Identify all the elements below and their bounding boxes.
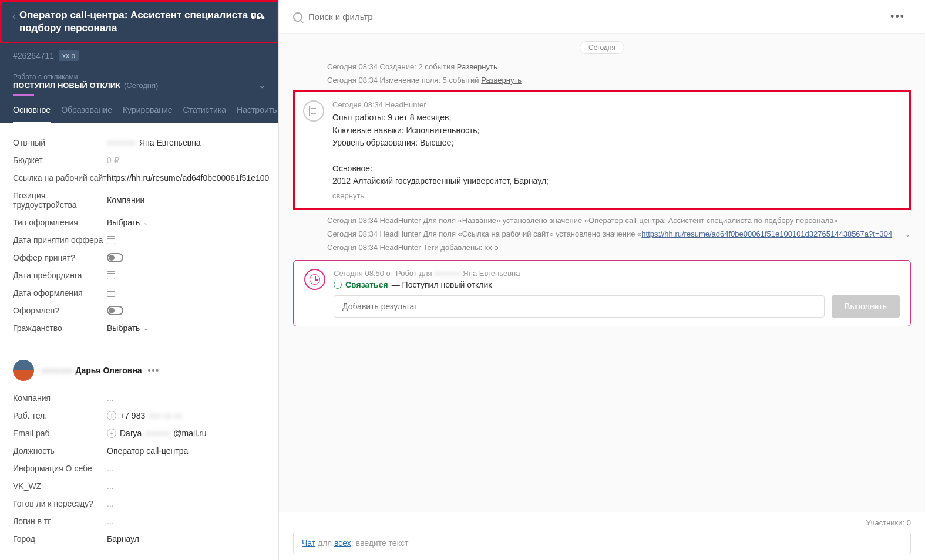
offer-accepted-toggle[interactable] — [107, 253, 265, 262]
reg-date-label: Дата оформления — [13, 288, 107, 298]
card-title: Оператор call-центра: Ассистент специали… — [19, 9, 266, 35]
hh-timestamp: Сегодня 08:34 HeadHunter — [332, 100, 899, 109]
citizenship-select[interactable]: Выбрать ⌄ — [107, 323, 265, 333]
vk-label: VK_WZ — [13, 481, 107, 491]
sidebar: ‹ Оператор call-центра: Ассистент специа… — [0, 0, 279, 560]
stage-title-row[interactable]: ПОСТУПИЛ НОВЫЙ ОТКЛИК (Сегодня) ⌄ — [13, 81, 265, 97]
contact-link[interactable]: Связаться — [345, 280, 388, 289]
phone-value[interactable]: ++7 983xxx xx xx — [107, 411, 265, 420]
search-input[interactable] — [308, 12, 884, 22]
vk-value[interactable]: ... — [107, 481, 265, 491]
offer-date-value[interactable] — [107, 236, 265, 244]
task-action: Связаться — Поступил новый отклик — [334, 280, 900, 289]
calendar-icon — [107, 271, 115, 279]
card-id: #26264711 — [13, 51, 54, 60]
more-icon[interactable]: ••• — [251, 12, 266, 25]
tg-label: Логин в тг — [13, 517, 107, 526]
log-entry: Сегодня 08:34 HeadHunter Для поля «Назва… — [293, 214, 911, 227]
sidebar-tabs: Основное Образование Курирование Статист… — [0, 97, 278, 123]
about-label: Информация О себе — [13, 464, 107, 473]
headhunter-block: Сегодня 08:34 HeadHunter Опыт работы: 9 … — [293, 90, 911, 210]
log-entry: Сегодня 08:34 Изменение поля: 5 событий … — [293, 73, 911, 87]
toggle-icon — [107, 306, 123, 315]
contact-name[interactable]: xxxxxxx Дарья Олеговна ••• — [41, 366, 160, 375]
back-icon[interactable]: ‹ — [12, 10, 16, 22]
budget-value[interactable]: 0 ₽ — [107, 156, 265, 165]
position-value[interactable]: Компании — [107, 195, 265, 205]
avatar[interactable] — [13, 360, 34, 381]
preboarding-value[interactable] — [107, 271, 265, 279]
tab-main[interactable]: Основное — [13, 105, 51, 123]
preboarding-label: Дата пребординга — [13, 271, 107, 280]
registered-toggle[interactable] — [107, 306, 265, 315]
refresh-icon — [334, 281, 342, 289]
chevron-down-icon: ⌄ — [143, 325, 149, 332]
task-meta: Сегодня 08:50 от Робот для xxxxxxx Яна Е… — [334, 269, 900, 278]
calendar-icon — [107, 289, 115, 297]
stage-section: Работа с откликами ПОСТУПИЛ НОВЫЙ ОТКЛИК… — [0, 68, 278, 97]
offer-accepted-label: Оффер принят? — [13, 253, 107, 262]
chevron-down-icon: ⌄ — [259, 81, 265, 90]
stage-subtitle: Работа с откликами — [13, 73, 265, 81]
hh-content: Опыт работы: 9 лет 8 месяцев; Ключевые н… — [332, 112, 899, 188]
collapse-link[interactable]: свернуть — [332, 191, 899, 200]
relocate-value[interactable]: ... — [107, 499, 265, 508]
calendar-icon — [107, 236, 115, 244]
position-label: Позиция трудоустройства — [13, 191, 107, 210]
sidebar-header: ‹ Оператор call-центра: Ассистент специа… — [0, 0, 278, 123]
contact-position-value[interactable]: Оператор call-центра — [107, 446, 265, 456]
chevron-down-icon[interactable]: ⌄ — [904, 230, 911, 238]
type-label: Тип оформления — [13, 218, 107, 227]
plus-icon[interactable]: + — [107, 429, 116, 438]
company-value[interactable]: ... — [107, 393, 265, 403]
document-icon — [303, 100, 324, 122]
expand-link[interactable]: Развернуть — [481, 76, 522, 85]
tab-configure[interactable]: Настроить — [237, 105, 277, 123]
log-entry: Сегодня 08:34 HeadHunter Теги добавлены:… — [293, 241, 911, 254]
type-select[interactable]: Выбрать ⌄ — [107, 218, 265, 227]
day-separator: Сегодня — [293, 42, 911, 52]
link-value[interactable]: https://hh.ru/resume/ad64f0be00061f51e10… — [107, 173, 269, 183]
city-label: Город — [13, 534, 107, 544]
email-value[interactable]: +Daryaxxxxxx@mail.ru — [107, 429, 265, 438]
responsible-value[interactable]: xxxxxxxЯна Евгеньевна — [107, 138, 265, 147]
responsible-label: Отв-ный — [13, 138, 107, 147]
link-label: Ссылка на рабочий сайт — [13, 173, 107, 183]
tab-stats[interactable]: Статистика — [183, 105, 227, 123]
phone-label: Раб. тел. — [13, 411, 107, 420]
sidebar-body: Отв-ныйxxxxxxxЯна Евгеньевна Бюджет0 ₽ С… — [0, 123, 278, 560]
tab-curation[interactable]: Курирование — [123, 105, 173, 123]
resume-url-link[interactable]: https://hh.ru/resume/ad64f0be00061f51e10… — [641, 230, 892, 238]
chat-all-link: всех — [334, 538, 351, 548]
search-icon — [293, 12, 302, 22]
execute-button[interactable]: Выполнить — [832, 295, 900, 318]
city-value[interactable]: Барнаул — [107, 534, 265, 544]
about-value[interactable]: ... — [107, 464, 265, 473]
chat-input[interactable]: Чат для всех: введите текст — [293, 532, 911, 554]
registered-label: Оформлен? — [13, 306, 107, 315]
contact-block: xxxxxxx Дарья Олеговна ••• Компания... Р… — [13, 349, 265, 548]
tab-education[interactable]: Образование — [61, 105, 112, 123]
task-block: Сегодня 08:50 от Робот для xxxxxxx Яна Е… — [293, 260, 911, 326]
clock-icon — [304, 269, 325, 290]
contact-position-label: Должность — [13, 446, 107, 456]
card-tag[interactable]: хх о — [59, 50, 79, 61]
more-icon[interactable]: ••• — [884, 11, 911, 23]
activity-feed: Сегодня Сегодня 08:34 Создание: 2 событи… — [279, 34, 925, 512]
sidebar-title-box: ‹ Оператор call-центра: Ассистент специа… — [0, 0, 278, 43]
participants-count[interactable]: Участники: 0 — [293, 518, 911, 527]
result-input[interactable] — [334, 295, 825, 318]
email-label: Email раб. — [13, 429, 107, 438]
citizenship-label: Гражданство — [13, 323, 107, 333]
sidebar-meta: #26264711 хх о — [0, 43, 278, 68]
main-panel: ••• Сегодня Сегодня 08:34 Создание: 2 со… — [279, 0, 925, 560]
reg-date-value[interactable] — [107, 289, 265, 297]
stage-title: ПОСТУПИЛ НОВЫЙ ОТКЛИК — [13, 81, 120, 90]
tg-value[interactable]: ... — [107, 517, 265, 526]
main-toolbar: ••• — [279, 0, 925, 34]
more-icon[interactable]: ••• — [148, 366, 160, 375]
company-label: Компания — [13, 393, 107, 403]
log-entry: Сегодня 08:34 HeadHunter Для поля «Ссылк… — [293, 227, 911, 241]
plus-icon[interactable]: + — [107, 411, 116, 420]
expand-link[interactable]: Развернуть — [457, 62, 497, 71]
